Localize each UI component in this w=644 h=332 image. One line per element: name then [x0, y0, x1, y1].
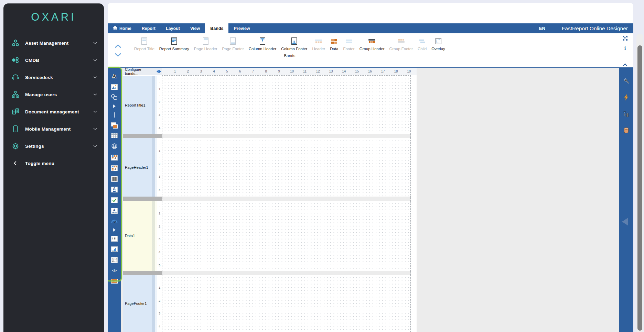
- text-tool[interactable]: A: [110, 73, 118, 80]
- band-button-label: Column Header: [249, 47, 277, 51]
- rich-text-tool[interactable]: A: [110, 186, 118, 193]
- advanced-matrix-tool[interactable]: [110, 164, 118, 172]
- signature-tool[interactable]: [110, 256, 118, 264]
- ribbon-right-controls: i: [622, 35, 628, 67]
- ruler-number: 5: [226, 69, 228, 73]
- page-nav-arrows: [155, 68, 162, 75]
- sidebar-item-cmdb[interactable]: CMDB: [3, 52, 104, 69]
- tab-layout[interactable]: Layout: [161, 23, 185, 33]
- toolbox-expander-2[interactable]: [110, 228, 118, 232]
- fullscreen-icon[interactable]: [622, 35, 628, 41]
- group-footer-button[interactable]: Group Footer: [387, 35, 415, 52]
- checkbox-tool[interactable]: [110, 196, 118, 204]
- scrollbar-thumb[interactable]: [637, 45, 642, 331]
- sidebar-item-settings[interactable]: Settings: [3, 137, 104, 155]
- sidebar-item-document-management[interactable]: Document management: [3, 103, 104, 120]
- tab-label: Bands: [210, 26, 223, 31]
- page-header-button[interactable]: Page Header: [192, 35, 220, 52]
- child-band-icon: [418, 37, 426, 45]
- band-canvas[interactable]: [162, 138, 411, 197]
- tab-view[interactable]: View: [185, 23, 205, 33]
- header-button[interactable]: Header: [310, 35, 328, 52]
- band-canvas[interactable]: [162, 201, 411, 271]
- collapse-ribbon-icon[interactable]: [622, 63, 628, 67]
- scroll-up-icon[interactable]: [115, 44, 121, 48]
- band-separator[interactable]: [123, 134, 417, 138]
- band-row-Data1: Data1·1·2·3·4·5: [123, 201, 417, 271]
- toggle-menu-label: Toggle menu: [25, 161, 54, 166]
- sidebar-item-mobile-management[interactable]: Mobile Management: [3, 120, 104, 137]
- group-header-button[interactable]: Group Header: [357, 35, 387, 52]
- overlay-button[interactable]: Overlay: [429, 35, 448, 52]
- sidebar-item-servicedesk[interactable]: Servicedesk: [3, 69, 104, 86]
- sidebar-toggle-menu[interactable]: Toggle menu: [3, 155, 104, 172]
- tab-report[interactable]: Report: [137, 23, 161, 33]
- collapse-panel-icon[interactable]: [622, 218, 628, 225]
- ruler-dot: ·: [298, 69, 299, 73]
- matrix-tool[interactable]: [110, 154, 118, 161]
- band-strip: [152, 275, 157, 332]
- events-lightning-icon[interactable]: [622, 93, 630, 101]
- toolbox-expander[interactable]: [110, 104, 118, 108]
- band-separator[interactable]: [123, 271, 417, 275]
- tab-bands[interactable]: Bands: [205, 23, 228, 33]
- gauge-tool[interactable]: [110, 218, 118, 225]
- band-label[interactable]: Data1: [123, 201, 152, 271]
- dot-matrix-tool[interactable]: [110, 235, 118, 242]
- ruler-number: 1: [174, 69, 176, 73]
- bands-ribbon: Report Title Report Summary Page Header …: [108, 33, 633, 67]
- sidebar-item-asset-management[interactable]: Asset Management: [3, 34, 104, 52]
- map-tool[interactable]: [110, 143, 118, 151]
- band-label[interactable]: PageHeader1: [123, 138, 152, 197]
- line-tool[interactable]: [110, 111, 118, 119]
- info-icon[interactable]: i: [624, 45, 626, 51]
- scroll-down-icon[interactable]: [115, 53, 121, 57]
- page-footer-button[interactable]: Page Footer: [220, 35, 246, 52]
- subreport-tool[interactable]: [110, 122, 118, 129]
- tab-home[interactable]: Home: [108, 23, 137, 33]
- page-prev-icon[interactable]: [157, 70, 159, 73]
- report-tree-icon[interactable]: [622, 110, 630, 118]
- band-vertical-ruler: ·1·2·3·4: [158, 76, 162, 134]
- picture-tool[interactable]: [110, 83, 118, 91]
- chart-tool[interactable]: [110, 245, 118, 253]
- band-strip: [152, 138, 157, 197]
- shapes-tool[interactable]: [110, 94, 118, 101]
- group-header-icon: [368, 37, 376, 45]
- tabbar-right: EN FastReport Online Designer: [539, 23, 633, 33]
- band-separator[interactable]: [123, 197, 417, 201]
- chevron-down-icon: [93, 93, 97, 96]
- shapes-icon: [111, 94, 118, 101]
- child-button[interactable]: Child: [415, 35, 429, 52]
- tab-preview[interactable]: Preview: [228, 23, 255, 33]
- column-footer-button[interactable]: Column Footer: [279, 35, 310, 52]
- tab-label: Report: [142, 26, 155, 31]
- ruler-number: 14: [342, 69, 346, 73]
- sidebar-item-manage-users[interactable]: Manage users: [3, 86, 104, 103]
- band-label[interactable]: ReportTitle1: [123, 76, 152, 134]
- band-label[interactable]: PageFooter1: [123, 275, 152, 332]
- report-summary-button[interactable]: Report Summary: [157, 35, 192, 52]
- data-sources-icon[interactable]: [622, 126, 630, 134]
- report-title-icon: [140, 37, 148, 45]
- band-canvas[interactable]: [162, 275, 411, 332]
- page-next-icon[interactable]: [159, 70, 161, 73]
- cellular-text-tool[interactable]: A: [110, 207, 118, 214]
- report-summary-icon: [170, 37, 178, 45]
- data-button[interactable]: Data: [328, 35, 341, 52]
- ruler-number: 3: [200, 69, 202, 73]
- barcode-tool[interactable]: [110, 175, 118, 182]
- language-selector[interactable]: EN: [539, 26, 545, 31]
- footer-button[interactable]: Footer: [341, 35, 357, 52]
- properties-wrench-icon[interactable]: [622, 77, 630, 85]
- chart-icon: [111, 246, 118, 252]
- bands-ribbon-group: Report Title Report Summary Page Header …: [128, 33, 448, 67]
- column-header-button[interactable]: Column Header: [246, 35, 279, 52]
- configure-bands-button[interactable]: Configure bands...: [123, 68, 155, 75]
- svg-tool[interactable]: SVG: [110, 277, 118, 285]
- table-tool[interactable]: [110, 132, 118, 140]
- report-title-button[interactable]: Report Title: [132, 35, 157, 52]
- band-canvas[interactable]: [162, 76, 411, 134]
- html-tool[interactable]: </>: [110, 267, 118, 274]
- chevron-down-icon: [93, 128, 97, 130]
